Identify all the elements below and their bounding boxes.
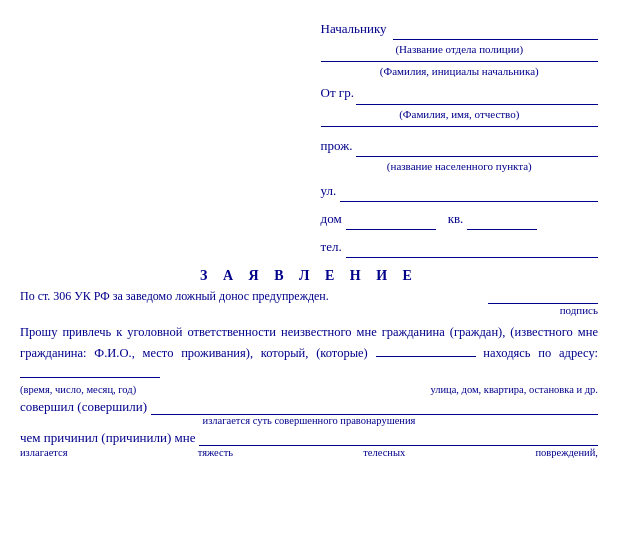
- body-text: Прошу привлечь к уголовной ответственнос…: [20, 322, 598, 384]
- chem-label: чем причинил (причинили) мне: [20, 430, 195, 446]
- nachalnik-hint: (Название отдела полиции): [321, 40, 598, 59]
- dom-field: [346, 229, 436, 230]
- doc-title: З А Я В Л Е Н И Е: [20, 268, 598, 284]
- hint-row-time-place: (время, число, месяц, год) улица, дом, к…: [20, 384, 598, 395]
- ul-label: ул.: [321, 180, 337, 202]
- tel-field: [346, 242, 598, 258]
- chem-hint1: излагается: [20, 447, 68, 458]
- nachalnik-name-hint: (Фамилия, инициалы начальника): [321, 62, 598, 81]
- header-block: Начальнику (Название отдела полиции) (Фа…: [321, 18, 598, 258]
- sovershil-hint: излагается суть совершенного правонаруше…: [20, 415, 598, 426]
- dom-label: дом: [321, 208, 342, 230]
- kv-field: [467, 229, 537, 230]
- proj-field: [356, 141, 598, 157]
- hint-place: улица, дом, квартира, остановка и др.: [240, 384, 598, 395]
- adres-field: [20, 377, 160, 378]
- from-label: От гр.: [321, 82, 354, 104]
- chem-hint4: повреждений,: [535, 447, 597, 458]
- from-hint: (Фамилия, имя, отчество): [321, 105, 598, 124]
- proj-hint: (название населенного пункта): [321, 157, 598, 176]
- sovershil-row: совершил (совершили): [20, 399, 598, 415]
- blank-line1: [321, 126, 598, 127]
- name-field: [376, 356, 476, 357]
- ul-field: [340, 186, 598, 202]
- warning-row: По ст. 306 УК РФ за заведомо ложный доно…: [20, 288, 598, 304]
- chem-hint3: телесных: [363, 447, 405, 458]
- adres-label: находясь по адресу:: [483, 346, 598, 360]
- hint-time: (время, число, месяц, год): [20, 384, 240, 395]
- nachalnik-label: Начальнику: [321, 18, 387, 40]
- kv-label: кв.: [448, 208, 464, 230]
- warning-field: [488, 288, 598, 304]
- sovershil-label: совершил (совершили): [20, 399, 147, 415]
- chem-hint2: тяжесть: [198, 447, 233, 458]
- bottom-hint-row: излагается тяжесть телесных повреждений,: [20, 447, 598, 458]
- sovershil-field2: [588, 414, 598, 415]
- from-field: [356, 89, 598, 105]
- nachalnik-field: [393, 24, 598, 40]
- chem-field: [199, 430, 598, 446]
- chem-row: чем причинил (причинили) мне: [20, 430, 598, 446]
- proj-label: прож.: [321, 135, 353, 157]
- sovershil-field: [151, 399, 588, 415]
- tel-label: тел.: [321, 236, 342, 258]
- podpis-label: подпись: [20, 304, 598, 316]
- warning-text: По ст. 306 УК РФ за заведомо ложный доно…: [20, 289, 488, 304]
- document: Начальнику (Название отдела полиции) (Фа…: [20, 18, 598, 458]
